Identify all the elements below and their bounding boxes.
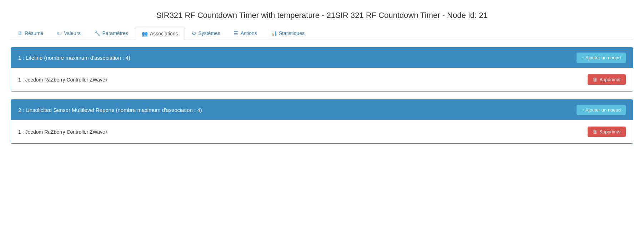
tab-label-parametres: Paramètres — [102, 30, 128, 36]
tab-associations[interactable]: 👥Associations — [135, 27, 185, 40]
tab-icon-statistiques: 📊 — [271, 30, 277, 36]
section-header-2: 2 : Unsolicited Sensor Multilevel Report… — [11, 100, 633, 120]
association-label-1-1: 1 : Jeedom RaZberry Controller ZWave+ — [18, 77, 108, 83]
section-title-2: 2 : Unsolicited Sensor Multilevel Report… — [18, 107, 202, 113]
tab-icon-parametres: 🔧 — [94, 30, 100, 36]
add-node-button-2[interactable]: + Ajouter un noeud — [577, 105, 626, 115]
delete-button-2-1[interactable]: 🗑Supprimer — [588, 127, 626, 137]
association-row-2-1: 1 : Jeedom RaZberry Controller ZWave+🗑Su… — [11, 120, 633, 143]
association-label-2-1: 1 : Jeedom RaZberry Controller ZWave+ — [18, 129, 108, 135]
section-header-1: 1 : Lifeline (nombre maximum d'associati… — [11, 48, 633, 68]
tab-icon-associations: 👥 — [142, 31, 148, 36]
add-node-button-1[interactable]: + Ajouter un noeud — [577, 53, 626, 63]
tab-label-systemes: Systèmes — [198, 30, 220, 36]
tab-valeurs[interactable]: 🏷Valeurs — [50, 26, 87, 40]
association-section-1: 1 : Lifeline (nombre maximum d'associati… — [11, 47, 633, 92]
page-title: SIR321 RF Countdown Timer with temperatu… — [11, 7, 633, 20]
tab-parametres[interactable]: 🔧Paramètres — [87, 26, 135, 40]
delete-button-1-1[interactable]: 🗑Supprimer — [588, 74, 626, 85]
tab-label-valeurs: Valeurs — [64, 30, 80, 36]
delete-label: Supprimer — [599, 129, 621, 134]
delete-label: Supprimer — [599, 77, 621, 82]
tab-resume[interactable]: 🖥Résumé — [11, 26, 50, 40]
tab-label-associations: Associations — [150, 31, 178, 36]
tab-actions[interactable]: ☰Actions — [227, 26, 264, 40]
section-title-1: 1 : Lifeline (nombre maximum d'associati… — [18, 55, 130, 61]
tab-label-actions: Actions — [241, 30, 257, 36]
section-body-1: 1 : Jeedom RaZberry Controller ZWave+🗑Su… — [11, 68, 633, 91]
tab-statistiques[interactable]: 📊Statistiques — [264, 26, 311, 40]
tab-bar: 🖥Résumé🏷Valeurs🔧Paramètres👥Associations⚙… — [11, 26, 633, 40]
trash-icon: 🗑 — [593, 77, 597, 82]
tab-icon-actions: ☰ — [234, 30, 238, 36]
trash-icon: 🗑 — [593, 129, 597, 134]
tab-label-resume: Résumé — [25, 30, 43, 36]
tab-systemes[interactable]: ⚙Systèmes — [185, 26, 227, 40]
tab-icon-resume: 🖥 — [17, 30, 22, 36]
tab-label-statistiques: Statistiques — [279, 30, 305, 36]
association-row-1-1: 1 : Jeedom RaZberry Controller ZWave+🗑Su… — [11, 68, 633, 91]
tab-icon-valeurs: 🏷 — [57, 30, 62, 36]
tab-icon-systemes: ⚙ — [192, 30, 196, 36]
association-section-2: 2 : Unsolicited Sensor Multilevel Report… — [11, 99, 633, 144]
section-body-2: 1 : Jeedom RaZberry Controller ZWave+🗑Su… — [11, 120, 633, 143]
